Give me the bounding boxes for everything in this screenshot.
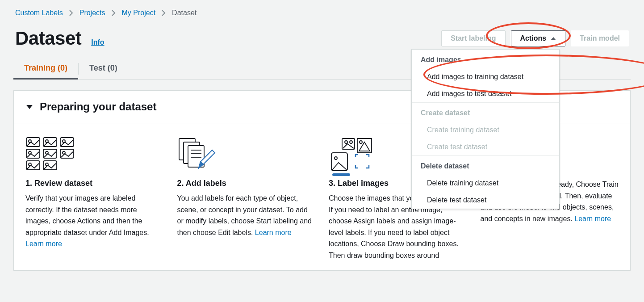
breadcrumb-custom-labels[interactable]: Custom Labels xyxy=(15,9,63,17)
learn-more-link[interactable]: Learn more xyxy=(255,229,292,236)
breadcrumb: Custom Labels Projects My Project Datase… xyxy=(13,4,631,25)
svg-rect-6 xyxy=(26,149,40,158)
svg-rect-28 xyxy=(332,173,350,176)
svg-rect-4 xyxy=(60,138,74,147)
learn-more-link[interactable]: Learn more xyxy=(25,240,62,247)
step-body: You add labels for each type of object, … xyxy=(177,193,316,238)
step-body: Verify that your images are labeled corr… xyxy=(25,193,164,250)
header-actions: Start labeling Actions Train model Add i… xyxy=(441,30,629,46)
breadcrumb-my-project[interactable]: My Project xyxy=(122,9,156,17)
svg-rect-2 xyxy=(43,138,57,147)
svg-rect-14 xyxy=(43,161,57,170)
actions-button[interactable]: Actions xyxy=(511,30,566,46)
svg-rect-12 xyxy=(26,161,40,170)
labels-edit-icon xyxy=(177,137,316,172)
actions-button-label: Actions xyxy=(520,34,547,42)
step-add-labels: 2. Add labels You add labels for each ty… xyxy=(177,137,316,261)
train-model-button[interactable]: Train model xyxy=(571,30,629,46)
dd-group-create-dataset: Create dataset xyxy=(412,103,559,122)
svg-point-24 xyxy=(350,141,352,143)
panel-title: Preparing your dataset xyxy=(40,101,156,113)
svg-rect-0 xyxy=(26,138,40,147)
chevron-right-icon xyxy=(162,10,166,16)
tab-training[interactable]: Training (0) xyxy=(13,58,78,79)
learn-more-link[interactable]: Learn more xyxy=(574,215,611,222)
dd-add-images-test[interactable]: Add images to test dataset xyxy=(412,85,559,102)
page-title: Dataset xyxy=(15,28,81,49)
svg-point-27 xyxy=(335,157,337,159)
dd-delete-test[interactable]: Delete test dataset xyxy=(412,192,559,209)
dd-create-test: Create test dataset xyxy=(412,138,559,155)
dd-delete-training[interactable]: Delete training dataset xyxy=(412,175,559,192)
collapse-caret-icon[interactable] xyxy=(26,105,33,109)
svg-point-25 xyxy=(360,141,362,143)
dd-create-training: Create training dataset xyxy=(412,122,559,138)
images-grid-icon xyxy=(25,137,164,172)
caret-up-icon xyxy=(551,37,556,40)
actions-dropdown: Add images Add images to training datase… xyxy=(411,49,560,209)
info-link[interactable]: Info xyxy=(91,38,104,46)
svg-rect-10 xyxy=(60,149,74,158)
dd-group-delete-dataset: Delete dataset xyxy=(412,156,559,175)
step-review-dataset: 1. Review dataset Verify that your image… xyxy=(25,137,164,261)
svg-rect-8 xyxy=(43,149,57,158)
step-title: 2. Add labels xyxy=(177,179,316,188)
start-labeling-button[interactable]: Start labeling xyxy=(441,30,505,46)
chevron-right-icon xyxy=(112,10,116,16)
svg-point-23 xyxy=(345,141,347,143)
step-title: 1. Review dataset xyxy=(25,179,164,188)
dd-add-images-training[interactable]: Add images to training dataset xyxy=(412,68,559,85)
breadcrumb-projects[interactable]: Projects xyxy=(79,9,105,17)
breadcrumb-current: Dataset xyxy=(172,9,197,17)
tab-test[interactable]: Test (0) xyxy=(79,58,128,79)
dd-group-add-images: Add images xyxy=(412,50,559,68)
chevron-right-icon xyxy=(69,10,73,16)
